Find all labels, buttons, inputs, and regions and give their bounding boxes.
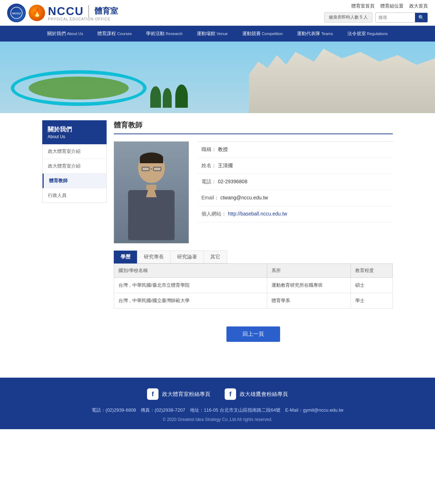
gym-home-link[interactable]: 體育室首頁 [351, 3, 375, 9]
info-website-row: 個人網站： http://baseball.nccu.edu.tw [198, 206, 393, 222]
social-gym[interactable]: f 政大體育室粉絲專頁 [147, 388, 210, 400]
sidebar-title-en: About Us [48, 134, 101, 139]
nav-about[interactable]: 關於我們 About Us [40, 26, 90, 42]
info-title-row: 職稱： 教授 [198, 142, 393, 158]
nav-research-cn: 學術活動 [146, 30, 165, 37]
email-value: ctwang@nccu.edu.tw [220, 195, 268, 200]
table-header-country: 國別/學校名稱 [114, 264, 267, 278]
search-area: 健身房即時人數 5 人 🔍 [324, 12, 428, 23]
table-cell-school2: 台灣，中華民國/國立臺灣師範大學 [114, 293, 267, 309]
info-email-row: Email： ctwang@nccu.edu.tw [198, 190, 393, 206]
logo-flame-icon: 🔥 [29, 5, 45, 21]
footer: f 政大體育室粉絲專頁 f 政大雄鷹會粉絲專頁 電話：(02)2939-6808… [0, 378, 435, 429]
nav-venue-cn: 運動場館 [197, 30, 215, 37]
nav-regulations-en: Regulations [367, 32, 388, 36]
sidebar: 關於我們 About Us 政大體育室介紹 政大體育室介紹 體育教師 行政人員 [42, 120, 107, 370]
content-wrapper: 關於我們 About Us 政大體育室介紹 政大體育室介紹 體育教師 行政人員 … [35, 113, 400, 378]
profile-info: 職稱： 教授 姓名： 王清擺 電話： 02-29396808 Email： ct… [198, 141, 393, 243]
visitor-count-badge: 健身房即時人數 5 人 [324, 12, 372, 23]
gym-location-link[interactable]: 體育組位置 [380, 3, 404, 9]
search-input[interactable] [376, 13, 415, 22]
logo-subtitle: PHYSICAL EDUCATION OFFICE [48, 17, 118, 21]
table-header-degree: 教育程度 [351, 264, 393, 278]
nav-venue-en: Venue [216, 32, 228, 36]
logo-text-area: NCCU │ 體育室 PHYSICAL EDUCATION OFFICE [48, 5, 118, 21]
website-label: 個人網站： [201, 211, 226, 217]
table-row: 台灣，中華民國/國立臺灣師範大學 體育學系 學士 [114, 293, 393, 309]
sidebar-item-intro1[interactable]: 政大體育室介紹 [43, 144, 106, 159]
info-name-row: 姓名： 王清擺 [198, 158, 393, 174]
footer-copyright: © 2020 Greatest Idea Strategy Co.,Ltd Al… [7, 417, 428, 422]
svg-text:NCCU: NCCU [12, 12, 20, 15]
name-value: 王清擺 [218, 163, 233, 168]
search-box[interactable]: 🔍 [375, 13, 428, 23]
table-row: 台灣，中華民國/臺北市立體育學院 運動教育研究所在職專班 碩士 [114, 278, 393, 293]
nav-regulations-cn: 法令規室 [347, 30, 366, 37]
email-label: Email： [201, 195, 219, 200]
social-gym-label: 政大體育室粉絲專頁 [162, 391, 210, 398]
sidebar-menu: 政大體育室介紹 政大體育室介紹 體育教師 行政人員 [42, 144, 107, 203]
logo-circle: NCCU [7, 4, 26, 22]
profile-section: 職稱： 教授 姓名： 王清擺 電話： 02-29396808 Email： ct… [114, 141, 393, 243]
tab-publications[interactable]: 研究論著 [170, 251, 204, 263]
profile-photo [114, 141, 189, 243]
nav-teams[interactable]: 運動代表隊 Teams [290, 26, 340, 42]
facebook-eagle-icon: f [225, 388, 236, 400]
sidebar-item-admin[interactable]: 行政人員 [43, 188, 106, 203]
facebook-gym-icon: f [147, 388, 158, 400]
tab-specialization[interactable]: 研究專長 [137, 251, 171, 263]
logo-area: NCCU 🔥 NCCU │ 體育室 PHYSICAL EDUCATION OFF… [7, 4, 118, 22]
sidebar-title-cn: 關於我們 [48, 125, 101, 134]
nav-about-en: About Us [67, 32, 83, 36]
hero-banner [0, 42, 435, 113]
sidebar-item-intro2[interactable]: 政大體育室介紹 [43, 159, 106, 174]
nav-competition-en: Competition [262, 32, 283, 36]
name-label: 姓名： [201, 163, 216, 168]
nav-competition[interactable]: 運動競賽 Competition [235, 26, 290, 42]
header-right: 體育室首頁 體育組位置 政大首頁 健身房即時人數 5 人 🔍 [324, 3, 428, 23]
search-icon: 🔍 [418, 15, 424, 20]
info-phone-row: 電話： 02-29396808 [198, 174, 393, 190]
back-btn-wrapper: 回上一頁 [114, 326, 393, 342]
social-eagle-label: 政大雄鷹會粉絲專頁 [240, 391, 288, 398]
search-button[interactable]: 🔍 [415, 13, 427, 22]
nav-teams-en: Teams [321, 32, 333, 36]
nav-regulations[interactable]: 法令規室 Regulations [340, 26, 395, 42]
nav-venue[interactable]: 運動場館 Venue [190, 26, 235, 42]
nav-courses-en: Courses [117, 32, 132, 36]
header-links: 體育室首頁 體育組位置 政大首頁 [351, 3, 428, 9]
sidebar-item-teachers[interactable]: 體育教師 [43, 174, 106, 188]
table-cell-degree2: 學士 [351, 293, 393, 309]
table-header-dept: 系所 [267, 264, 351, 278]
tabs-bar: 學歷 研究專長 研究論著 其它 [114, 251, 393, 263]
social-eagle[interactable]: f 政大雄鷹會粉絲專頁 [225, 388, 288, 400]
nav-competition-cn: 運動競賽 [242, 30, 261, 37]
main-nav: 關於我們 About Us 體育課程 Courses 學術活動 Research… [0, 26, 435, 42]
education-table: 國別/學校名稱 系所 教育程度 台灣，中華民國/臺北市立體育學院 運動教育研究所… [114, 263, 393, 309]
phone-value: 02-29396808 [218, 179, 248, 184]
logo-cn-text: 體育室 [94, 6, 118, 16]
nav-research[interactable]: 學術活動 Research [139, 26, 190, 42]
phone-label: 電話： [201, 179, 216, 184]
table-cell-dept2: 體育學系 [267, 293, 351, 309]
nav-about-cn: 關於我們 [47, 30, 66, 37]
main-content: 體育教師 [114, 120, 393, 370]
back-button[interactable]: 回上一頁 [226, 326, 280, 342]
nav-research-en: Research [166, 32, 182, 36]
sidebar-header: 關於我們 About Us [42, 120, 107, 144]
nav-courses-cn: 體育課程 [97, 30, 116, 37]
tab-education[interactable]: 學歷 [114, 251, 137, 263]
logo-nccu-text: NCCU [48, 5, 84, 18]
table-cell-degree1: 碩士 [351, 278, 393, 293]
footer-contact: 電話：(02)2939-6808 傳真：(02)2938-7207 地址：116… [7, 407, 428, 413]
nccu-emblem-icon: NCCU [10, 6, 23, 19]
tab-other[interactable]: 其它 [204, 251, 227, 263]
nccu-home-link[interactable]: 政大首頁 [409, 3, 428, 9]
website-link[interactable]: http://baseball.nccu.edu.tw [228, 211, 287, 217]
table-cell-dept1: 運動教育研究所在職專班 [267, 278, 351, 293]
header: NCCU 🔥 NCCU │ 體育室 PHYSICAL EDUCATION OFF… [0, 0, 435, 26]
nav-teams-cn: 運動代表隊 [297, 30, 320, 37]
nav-courses[interactable]: 體育課程 Courses [90, 26, 139, 42]
table-cell-school1: 台灣，中華民國/臺北市立體育學院 [114, 278, 267, 293]
footer-social: f 政大體育室粉絲專頁 f 政大雄鷹會粉絲專頁 [7, 388, 428, 400]
